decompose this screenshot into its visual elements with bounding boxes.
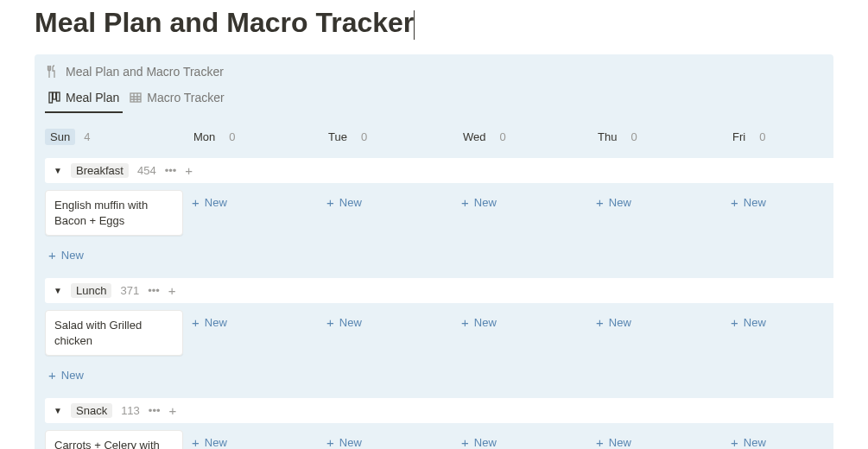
caret-down-icon[interactable]: ▼ — [54, 286, 62, 295]
cell-fri-breakfast: +New — [727, 183, 857, 268]
add-icon[interactable]: + — [169, 404, 177, 417]
new-button-sun-breakfast[interactable]: +New — [45, 243, 183, 268]
new-label: New — [205, 436, 227, 449]
tab-macro-tracker-label: Macro Tracker — [147, 91, 224, 104]
group-header-snack[interactable]: ▼ Snack 113 ••• + — [45, 398, 857, 423]
more-icon[interactable]: ••• — [148, 284, 160, 297]
svg-rect-3 — [130, 93, 141, 102]
plus-icon: + — [461, 435, 469, 449]
plus-icon: + — [326, 315, 334, 330]
new-label: New — [744, 316, 766, 329]
new-button-mon-lunch[interactable]: +New — [188, 310, 318, 335]
cell-thu-snack: +New — [592, 423, 722, 449]
column-header-wed[interactable]: Wed 0 — [458, 125, 587, 148]
cell-wed-snack: +New — [458, 423, 587, 449]
database-header: Meal Plan and Macro Tracker — [35, 65, 833, 85]
column-header-fri[interactable]: Fri 0 — [727, 125, 857, 148]
plus-icon: + — [731, 195, 738, 210]
cell-mon-lunch: +New — [188, 303, 318, 388]
group-header-lunch[interactable]: ▼ Lunch 371 ••• + — [45, 278, 857, 303]
new-label: New — [609, 316, 631, 329]
new-button-fri-lunch[interactable]: +New — [727, 310, 857, 335]
group-count-snack: 113 — [121, 404, 140, 417]
new-label: New — [609, 436, 631, 449]
caret-down-icon[interactable]: ▼ — [54, 166, 62, 175]
add-icon[interactable]: + — [168, 284, 176, 297]
group-count-lunch: 371 — [120, 284, 139, 297]
new-label: New — [474, 196, 497, 209]
new-button-wed-lunch[interactable]: +New — [458, 310, 587, 335]
new-button-sun-lunch[interactable]: +New — [45, 363, 183, 388]
more-icon[interactable]: ••• — [165, 164, 177, 177]
day-label-fri: Fri — [727, 129, 751, 145]
day-count-thu: 0 — [630, 130, 637, 143]
cell-sun-lunch: Salad with Grilled chicken +New — [45, 303, 183, 388]
day-label-tue: Tue — [323, 129, 352, 145]
plus-icon: + — [48, 368, 56, 383]
day-label-mon: Mon — [188, 129, 220, 145]
new-button-tue-breakfast[interactable]: +New — [323, 190, 453, 215]
caret-down-icon[interactable]: ▼ — [54, 406, 62, 415]
cell-thu-lunch: +New — [592, 303, 722, 388]
plus-icon: + — [461, 315, 469, 330]
table-icon — [130, 92, 142, 104]
day-count-sun: 4 — [84, 130, 90, 143]
new-label: New — [474, 436, 497, 449]
plus-icon: + — [731, 435, 738, 449]
plus-icon: + — [48, 248, 56, 262]
day-count-wed: 0 — [500, 130, 506, 143]
view-tabs: Meal Plan Macro Tracker — [35, 85, 833, 113]
group-header-breakfast[interactable]: ▼ Breakfast 454 ••• + — [45, 158, 857, 183]
cell-tue-lunch: +New — [323, 303, 453, 388]
column-header-tue[interactable]: Tue 0 — [323, 125, 453, 148]
day-count-mon: 0 — [229, 130, 235, 143]
new-button-thu-lunch[interactable]: +New — [592, 310, 722, 335]
group-label-breakfast: Breakfast — [71, 163, 129, 178]
plus-icon: + — [596, 435, 604, 449]
add-icon[interactable]: + — [185, 164, 193, 177]
cell-fri-lunch: +New — [727, 303, 857, 388]
card-lunch[interactable]: Salad with Grilled chicken — [45, 310, 183, 356]
new-button-wed-breakfast[interactable]: +New — [458, 190, 587, 215]
new-button-thu-breakfast[interactable]: +New — [592, 190, 722, 215]
new-label: New — [205, 196, 227, 209]
plus-icon: + — [461, 195, 469, 210]
plus-icon: + — [192, 315, 200, 330]
new-button-wed-snack[interactable]: +New — [458, 430, 587, 449]
fork-knife-icon — [45, 65, 59, 79]
cell-thu-breakfast: +New — [592, 183, 722, 268]
new-button-fri-snack[interactable]: +New — [727, 430, 857, 449]
card-breakfast-text: English muffin with Bacon + Eggs — [54, 199, 148, 227]
plus-icon: + — [192, 195, 200, 210]
tab-meal-plan[interactable]: Meal Plan — [45, 85, 123, 113]
cell-sun-breakfast: English muffin with Bacon + Eggs +New — [45, 183, 183, 268]
day-label-sun: Sun — [45, 129, 75, 145]
cell-wed-breakfast: +New — [458, 183, 587, 268]
page-title[interactable]: Meal Plan and Macro Tracker — [35, 7, 414, 39]
new-button-tue-snack[interactable]: +New — [323, 430, 453, 449]
cell-fri-snack: +New — [727, 423, 857, 449]
card-snack[interactable]: Carrots + Celery with Hummus — [45, 430, 183, 449]
new-button-mon-breakfast[interactable]: +New — [188, 190, 318, 215]
new-label: New — [339, 316, 362, 329]
column-header-thu[interactable]: Thu 0 — [592, 125, 722, 148]
column-header-mon[interactable]: Mon 0 — [188, 125, 318, 148]
database-title[interactable]: Meal Plan and Macro Tracker — [66, 65, 224, 79]
svg-rect-0 — [49, 92, 53, 103]
more-icon[interactable]: ••• — [149, 404, 161, 417]
cell-tue-snack: +New — [323, 423, 453, 449]
new-button-fri-breakfast[interactable]: +New — [727, 190, 857, 215]
card-breakfast[interactable]: English muffin with Bacon + Eggs — [45, 190, 183, 236]
new-button-tue-lunch[interactable]: +New — [323, 310, 453, 335]
new-button-thu-snack[interactable]: +New — [592, 430, 722, 449]
group-label-lunch: Lunch — [71, 283, 111, 298]
svg-rect-2 — [57, 92, 60, 101]
column-header-sun[interactable]: Sun 4 — [45, 125, 183, 148]
tab-macro-tracker[interactable]: Macro Tracker — [126, 85, 227, 113]
cell-mon-breakfast: +New — [188, 183, 318, 268]
cell-wed-lunch: +New — [458, 303, 587, 388]
plus-icon: + — [596, 195, 604, 210]
plus-icon: + — [192, 435, 200, 449]
new-button-mon-snack[interactable]: +New — [188, 430, 318, 449]
plus-icon: + — [596, 315, 604, 330]
